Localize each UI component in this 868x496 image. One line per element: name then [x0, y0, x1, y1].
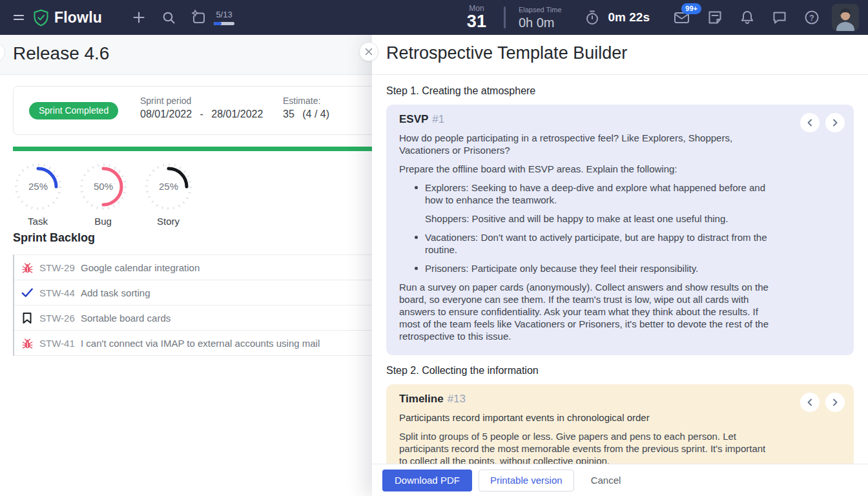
panel-content: Step 1. Creating the atmosphereESVP#1 Ho… [372, 76, 868, 464]
card-list-item: Shoppers: Positive and will be happy to … [399, 212, 770, 225]
issue-title: Add task sorting [81, 287, 150, 298]
card-title: ESVP [399, 113, 428, 125]
svg-text:25%: 25% [158, 181, 178, 192]
estimate-value: 35 [283, 108, 294, 119]
help-icon[interactable]: ? [803, 9, 820, 26]
check-icon [21, 287, 34, 298]
gauge-bug: 50% Bug [70, 161, 136, 227]
onboarding-sticker-icon [190, 9, 207, 26]
panel-title: Retrospective Template Builder [386, 43, 627, 63]
hamburger-menu-icon[interactable] [12, 10, 26, 25]
gauge-label: Task [5, 216, 70, 227]
inbox-icon[interactable]: 99+ [673, 9, 691, 26]
calendar-date[interactable]: Mon 31 [462, 5, 491, 30]
card-paragraph: Run a survey on paper cards (anonymously… [399, 281, 770, 342]
stopwatch-icon [584, 9, 601, 26]
day-number: 31 [462, 13, 491, 30]
notes-icon[interactable] [707, 9, 723, 26]
card-number: #13 [448, 393, 466, 405]
card-number: #1 [432, 113, 444, 125]
issue-type-gauges: 25% Task 50% Bug 25% Story [5, 161, 201, 227]
issue-title: Sortable board cards [81, 313, 170, 324]
step-heading-1: Step 1. Creating the atmosphere [386, 85, 854, 97]
timer-value: 0m 22s [608, 10, 650, 25]
estimate-detail: (4 / 4) [302, 108, 329, 119]
card-title: Timeline [399, 393, 444, 405]
estimate-label: Estimate: [283, 96, 329, 105]
topbar: Flowlu 5/13 Mon 31 Elapsed Time 0h 0m [0, 0, 868, 35]
logo-wordmark: Flowlu [54, 9, 102, 26]
topbar-divider [504, 6, 506, 28]
gauge-label: Story [136, 216, 201, 227]
bug-icon [21, 262, 34, 274]
issue-title: I can't connect via IMAP to external acc… [81, 338, 320, 349]
issue-title: Google calendar integration [81, 262, 200, 273]
elapsed-time-value: 0h 0m [519, 16, 562, 29]
download-pdf-button[interactable]: Download PDF [382, 470, 472, 491]
inbox-badge: 99+ [681, 3, 701, 14]
issue-id: STW-41 [39, 338, 78, 349]
card-bullet-item: Vacationers: Don't want to actively part… [399, 231, 770, 256]
retrospective-panel: Retrospective Template Builder Step 1. C… [372, 35, 868, 496]
card-paragraph: Split into groups of 5 people or less. G… [399, 430, 770, 464]
page-title: Release 4.6 [13, 43, 109, 64]
issue-id: STW-26 [39, 313, 78, 324]
close-icon[interactable] [359, 42, 378, 61]
search-icon[interactable] [161, 10, 176, 25]
template-card-esvp: ESVP#1 How do people participating in a … [386, 105, 854, 355]
sprint-period-end: 28/01/2022 [211, 108, 263, 119]
step-heading-2: Step 2. Collecting the information [386, 365, 854, 377]
card-subtitle: Participants record important events in … [399, 411, 770, 424]
page-edge-button[interactable] [0, 43, 5, 62]
panel-footer: Download PDF Printable version Cancel [372, 464, 868, 496]
gauge-task: 25% Task [5, 161, 70, 227]
gauge-label: Bug [70, 216, 136, 227]
onboarding-progressbar [214, 22, 234, 25]
user-avatar[interactable] [832, 4, 859, 31]
bookmark-icon [21, 312, 34, 324]
issue-id: STW-29 [39, 262, 78, 273]
chevron-right-icon[interactable] [825, 393, 845, 412]
card-bullet-item: Prisoners: Participate only because they… [399, 262, 770, 274]
notifications-bell-icon[interactable] [739, 9, 756, 26]
sprint-period-separator: - [200, 108, 203, 119]
card-paragraph: Prepare the offline board with ESVP area… [399, 163, 770, 175]
cancel-button[interactable]: Cancel [581, 470, 632, 491]
flowlu-logo[interactable]: Flowlu [32, 9, 102, 26]
card-paragraph: How do people participating in a retrosp… [399, 132, 770, 156]
elapsed-time-label: Elapsed Time [519, 6, 562, 14]
flowlu-shield-icon [32, 9, 50, 26]
bug-icon [21, 337, 34, 349]
card-bullet-item: Explorers: Seeking to have a deep-dive a… [399, 181, 770, 206]
template-card-timeline: Timeline#13 Participants record importan… [386, 384, 854, 464]
elapsed-time: Elapsed Time 0h 0m [519, 6, 562, 29]
svg-text:25%: 25% [28, 181, 47, 192]
sprint-period-label: Sprint period [140, 96, 263, 105]
estimate-field: Estimate: 35 (4 / 4) [283, 96, 329, 119]
onboarding-count: 5/13 [216, 10, 232, 19]
timer-widget[interactable]: 0m 22s [584, 9, 650, 26]
printable-version-button[interactable]: Printable version [479, 470, 574, 491]
gauge-story: 25% Story [136, 161, 201, 227]
status-badge: Sprint Completed [29, 102, 118, 119]
add-icon[interactable] [132, 10, 146, 25]
chat-icon[interactable] [771, 9, 788, 26]
chevron-left-icon[interactable] [800, 393, 820, 412]
svg-text:?: ? [809, 14, 814, 23]
chevron-right-icon[interactable] [825, 113, 845, 132]
sprint-period-start: 08/01/2022 [140, 108, 192, 119]
sprint-period-field: Sprint period 08/01/2022 - 28/01/2022 [140, 96, 263, 119]
issue-id: STW-44 [39, 287, 78, 298]
onboarding-progress[interactable]: 5/13 [190, 9, 234, 26]
panel-header: Retrospective Template Builder [372, 35, 868, 75]
svg-text:50%: 50% [93, 181, 112, 192]
backlog-title: Sprint Backlog [13, 231, 95, 245]
chevron-left-icon[interactable] [800, 113, 820, 132]
